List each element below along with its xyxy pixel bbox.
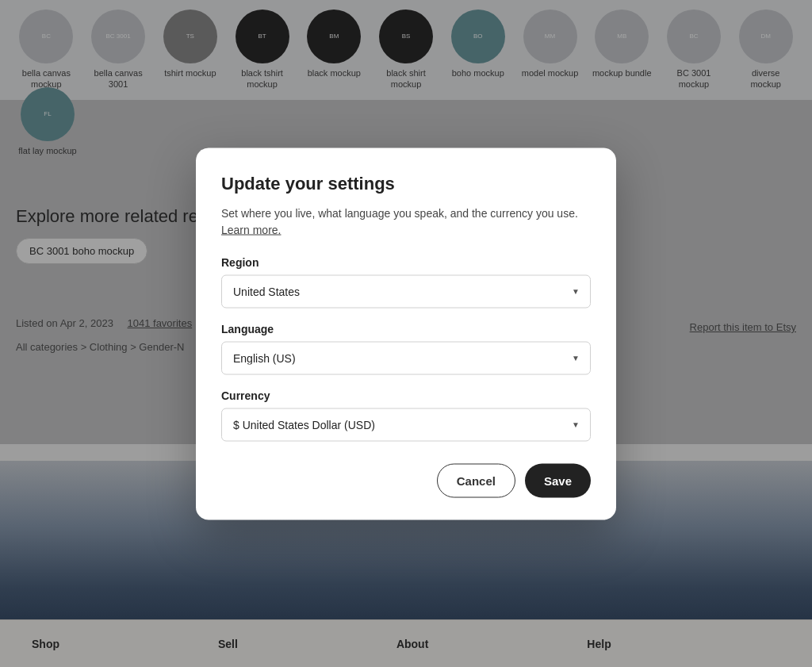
language-select-wrapper: English (US)English (UK)DeutschFrançaisE…: [221, 341, 591, 374]
settings-modal: Update your settings Set where you live,…: [196, 148, 616, 519]
modal-description-text: Set where you live, what language you sp…: [221, 206, 578, 219]
save-button[interactable]: Save: [525, 463, 591, 497]
cancel-button[interactable]: Cancel: [437, 463, 515, 497]
modal-title: Update your settings: [221, 173, 591, 194]
modal-description: Set where you live, what language you sp…: [221, 205, 591, 238]
modal-footer: Cancel Save: [221, 463, 591, 497]
currency-select[interactable]: $ United States Dollar (USD)£ British Po…: [221, 408, 591, 441]
language-label: Language: [221, 322, 591, 335]
currency-label: Currency: [221, 389, 591, 401]
currency-select-wrapper: $ United States Dollar (USD)£ British Po…: [221, 408, 591, 441]
region-select[interactable]: United StatesUnited KingdomCanadaAustral…: [221, 274, 591, 308]
language-group: Language English (US)English (UK)Deutsch…: [221, 322, 591, 374]
currency-group: Currency $ United States Dollar (USD)£ B…: [221, 389, 591, 441]
language-select[interactable]: English (US)English (UK)DeutschFrançaisE…: [221, 341, 591, 374]
region-label: Region: [221, 255, 591, 268]
region-group: Region United StatesUnited KingdomCanada…: [221, 255, 591, 308]
learn-more-link[interactable]: Learn more.: [221, 223, 281, 236]
region-select-wrapper: United StatesUnited KingdomCanadaAustral…: [221, 274, 591, 308]
